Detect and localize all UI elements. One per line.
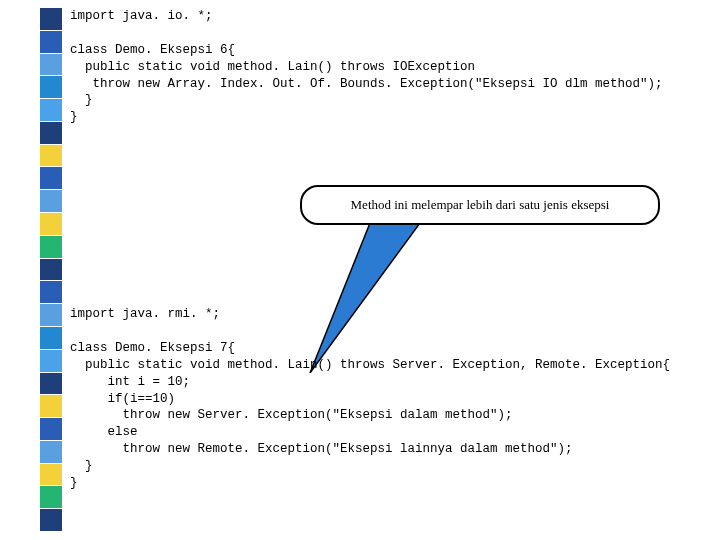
sidebar-square — [40, 8, 62, 30]
sidebar-square — [40, 373, 62, 395]
sidebar-square — [40, 304, 62, 326]
sidebar-square — [40, 145, 62, 167]
sidebar-square — [40, 167, 62, 189]
sidebar-square — [40, 99, 62, 121]
sidebar-square — [40, 213, 62, 235]
sidebar-square — [40, 395, 62, 417]
sidebar-square — [40, 122, 62, 144]
sidebar-square — [40, 31, 62, 53]
sidebar-square — [40, 464, 62, 486]
sidebar-square — [40, 350, 62, 372]
sidebar-square — [40, 259, 62, 281]
callout-text: Method ini melempar lebih dari satu jeni… — [351, 197, 610, 212]
sidebar-square — [40, 327, 62, 349]
sidebar-square — [40, 76, 62, 98]
slide-content: import java. io. *; class Demo. Eksepsi … — [70, 8, 712, 492]
sidebar-square — [40, 54, 62, 76]
sidebar-square — [40, 509, 62, 531]
sidebar-square — [40, 236, 62, 258]
sidebar-square — [40, 281, 62, 303]
decorative-sidebar — [40, 8, 62, 532]
code-block-2: import java. rmi. *; class Demo. Eksepsi… — [70, 306, 712, 492]
code-block-1: import java. io. *; class Demo. Eksepsi … — [70, 8, 712, 126]
sidebar-square — [40, 190, 62, 212]
sidebar-square — [40, 486, 62, 508]
callout: Method ini melempar lebih dari satu jeni… — [300, 185, 660, 225]
callout-box: Method ini melempar lebih dari satu jeni… — [300, 185, 660, 225]
sidebar-square — [40, 441, 62, 463]
sidebar-square — [40, 418, 62, 440]
